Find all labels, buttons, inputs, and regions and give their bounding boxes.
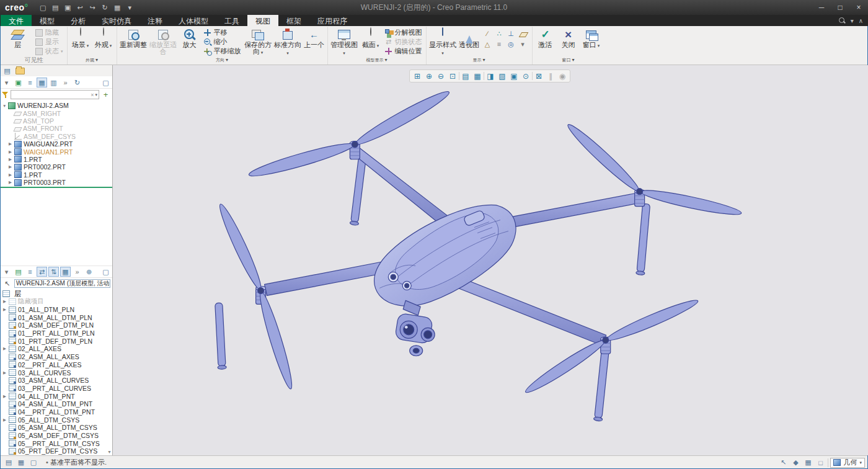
model-tree-item[interactable]: 1.PRT [0,171,112,179]
saved-orientations-icon[interactable]: ▤ [460,71,471,81]
close-window-button[interactable]: × 关闭 [557,27,580,48]
plane-display-toggle-icon[interactable] [518,29,528,38]
graphics-viewport[interactable]: ⊞⊕⊖⊡▤▦◨▧▣⊙⊠∥◉ [113,65,868,455]
tab-annotate[interactable]: 注释 [140,15,170,26]
axis-display-toggle-icon[interactable]: ∕ [482,29,493,38]
annotation-display-icon[interactable]: ▣ [508,71,520,81]
tab-framework[interactable]: 框架 [278,15,309,26]
activate-button[interactable]: ✓ 激活 [534,27,557,48]
expand-arrow-icon[interactable] [2,104,8,108]
status-button[interactable]: 状态▾ [33,47,65,56]
windows-button[interactable]: 窗口 ▾ [580,27,603,49]
model-tree-item[interactable]: PRT0003.PRT [0,179,112,186]
layer-settings-icon[interactable]: ▢ [100,267,111,277]
pause-icon[interactable]: ∥ [545,71,556,81]
layer-tree-item[interactable]: 03_ALL_CURVES [0,368,112,377]
select-pointer-icon[interactable]: ↖ [2,279,12,288]
layer-list-icon[interactable]: ≡ [25,267,35,277]
perspective-button[interactable]: 透视图 [458,27,480,48]
model-tree-tab-icon[interactable]: ▤ [2,66,12,76]
layer-tree-item[interactable]: 01_PRT_DEF_DTM_PLN [0,337,112,345]
zoom-out-icon[interactable]: ⊖ [435,71,446,81]
expand-arrow-icon[interactable] [3,299,9,304]
saved-orientations-button[interactable]: 保存的方向 ▾ [244,27,273,56]
standard-orientation-button[interactable]: 标准方向 ▾ [273,27,303,56]
active-model-combo[interactable]: WURENJI-2.ASM (顶层模型, 活动的) ▼ [14,279,110,288]
tab-live-simulation[interactable]: 实时仿真 [94,15,140,26]
tree-search-input[interactable]: × ▾ [11,90,99,99]
tab-manikin[interactable]: 人体模型 [170,15,216,26]
pan-button[interactable]: 平移 [202,28,243,37]
expand-arrow-icon[interactable] [3,418,9,422]
quick-access-dropdown-icon[interactable]: ▾ [124,2,136,13]
layer-tree-item[interactable]: 05__PRT_ALL_DTM_CSYS [0,439,112,447]
layer-tree-item[interactable]: 02_ASM_ALL_AXES [0,353,112,361]
expand-arrow-icon[interactable] [3,346,9,351]
tab-analysis[interactable]: 分析 [63,15,94,26]
layer-overflow-icon[interactable]: » [72,267,82,277]
regenerate-icon[interactable]: ↻ [99,2,111,13]
expand-arrow-icon[interactable] [9,157,14,162]
model-tree-item[interactable]: ASM_RIGHT [0,109,112,117]
refit-icon[interactable]: ⊡ [447,71,458,81]
tab-view[interactable]: 视图 [247,15,278,26]
new-file-icon[interactable]: ▢ [37,2,49,13]
layer-sort-desc-icon[interactable]: ⇅ [48,267,59,277]
layers-button[interactable]: 层 [3,27,32,48]
layer-caret-icon[interactable]: ▾ [1,267,12,277]
show-button[interactable]: 显示 [33,37,65,47]
expand-arrow-icon[interactable] [9,150,14,154]
edit-position-button[interactable]: 编辑位置 [383,47,424,56]
point-display-toggle-icon[interactable]: ∴ [494,29,505,38]
expand-arrow-icon[interactable] [3,307,9,312]
zoom-in-button[interactable]: 放大 [179,27,201,48]
tab-file[interactable]: 文件 [1,15,32,26]
open-file-icon[interactable]: ▤ [50,2,61,13]
model-tree-item[interactable]: ASM_FRONT [0,125,112,132]
undo-icon[interactable]: ↩ [74,2,86,13]
zoom-in-icon[interactable]: ⊕ [423,71,435,81]
browser-icon[interactable]: ▢ [28,457,39,468]
tree-model-icon[interactable]: ▣ [13,78,24,87]
expand-arrow-icon[interactable] [9,180,14,185]
record-icon[interactable]: ◉ [557,71,568,81]
tree-caret-icon[interactable]: ▾ [1,78,12,87]
tab-applications[interactable]: 应用程序 [309,15,355,26]
box-select-icon[interactable]: □ [815,457,826,468]
layer-tree-icon[interactable]: ▤ [13,267,24,277]
clear-search-icon[interactable]: × [91,92,94,98]
layer-tree-item[interactable]: 04_ALL_DTM_PNT [0,392,112,400]
layer-tree-item[interactable]: 01_ASM_ALL_DTM_PLN [0,313,112,321]
layer-tree-item[interactable]: 05_ASM_DEF_DTM_CSYS [0,432,112,440]
snap-grid-icon[interactable]: ▦ [802,457,813,468]
manage-views-button[interactable]: 管理视图 ▾ [330,27,359,56]
model-tree-item[interactable]: 1.PRT [0,156,112,163]
toggle-layer-panel-icon[interactable]: ▦ [16,457,27,468]
appearance-brush-icon[interactable]: ◆ [790,457,801,468]
model-tree-item[interactable]: WAIGUAN2.PRT [0,140,112,148]
model-tree-item[interactable]: PRT0002.PRT [0,163,112,171]
scroll-down-arrow[interactable]: ▼ [107,450,112,454]
layer-tree-item[interactable]: 05_ALL_DTM_CSYS [0,416,112,424]
spin-center-toggle-icon[interactable]: ◎ [506,40,516,49]
layer-tree-item[interactable]: 03_ASM_ALL_CURVES [0,377,112,385]
expand-arrow-icon[interactable] [9,172,14,177]
zoom-box-icon[interactable]: ⊞ [412,71,423,81]
selection-filter-dropdown[interactable]: 几何 ▾ [830,458,865,468]
collapse-ribbon-icon[interactable]: ∧ [859,17,863,24]
tab-model[interactable]: 模型 [32,15,63,26]
model-tree-item[interactable]: WURENJI-2.ASM [0,102,112,109]
display-style-button[interactable]: 显示样式 ▾ [428,27,458,56]
appearances-button[interactable]: 外观 ▾ [92,27,115,49]
dragger-icon[interactable]: ⊠ [533,71,544,81]
expand-arrow-icon[interactable] [3,394,9,399]
tree-columns-icon[interactable]: ▦ [37,78,47,87]
hide-button[interactable]: 隐藏 [33,28,65,37]
annotation-display-toggle-icon[interactable]: △ [482,40,493,49]
csys-display-toggle-icon[interactable]: ⊥ [506,29,516,38]
command-search-icon[interactable] [838,17,846,24]
layer-tree-item[interactable]: 01__PRT_ALL_DTM_PLN [0,329,112,337]
layer-tree-item[interactable]: 05_ASM_ALL_DTM_CSYS [0,424,112,432]
layer-search-icon[interactable]: ⊕ [84,267,94,277]
layer-tree-item[interactable]: 03__PRT_ALL_CURVES [0,385,112,393]
